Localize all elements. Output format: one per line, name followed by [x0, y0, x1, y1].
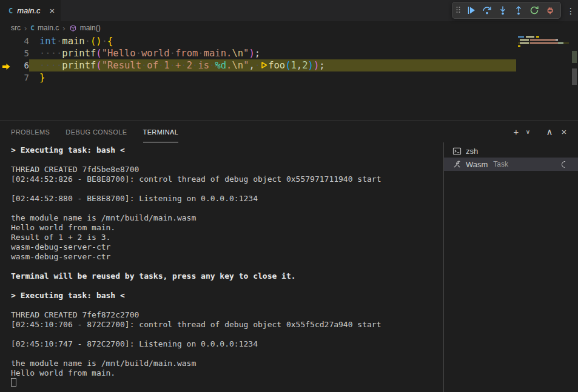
debug-toolbar: [452, 2, 561, 19]
terminal-line: Hello world from main.: [11, 368, 443, 378]
code-token: from: [175, 48, 198, 59]
terminal-line: [11, 204, 443, 213]
terminal-detail: Task: [493, 160, 508, 168]
code-token: "Hello: [102, 48, 136, 59]
code-token: ·: [158, 60, 164, 71]
new-terminal-icon[interactable]: +: [509, 125, 523, 139]
line-number[interactable]: 4: [0, 35, 29, 47]
drag-handle-icon[interactable]: [455, 5, 461, 15]
terminal-line: [02:44:52:880 - BE8E8700]: Listening on …: [11, 194, 443, 204]
code-text: ····printf("Hello·world·from·main.\n");: [29, 47, 516, 59]
code-token: is: [198, 60, 209, 71]
minimap-line: [518, 45, 569, 47]
code-token: \n: [232, 60, 243, 71]
breadcrumb-item-file[interactable]: main.c: [38, 24, 59, 32]
code-token: ·: [170, 60, 175, 71]
code-token: main: [62, 36, 84, 47]
tab-close-icon[interactable]: ×: [50, 6, 55, 15]
vscode-window: C main.c ×: [0, 0, 578, 392]
debug-restart-button[interactable]: [527, 3, 542, 18]
panel-tab-terminal[interactable]: TERMINAL: [143, 121, 179, 142]
code-token: %d: [215, 60, 226, 71]
minimap-line: [518, 42, 569, 44]
terminal-line: THREAD CREATED 7fd5be8e8700: [11, 165, 443, 174]
launch-profile-chevron-icon[interactable]: ∨: [524, 125, 532, 139]
terminal-name: Wasm: [466, 160, 488, 169]
terminal-cursor: [11, 378, 16, 387]
line-number[interactable]: 7: [0, 71, 29, 84]
code-token: foo: [268, 60, 285, 71]
code-token: ·: [181, 60, 186, 71]
code-token: 1: [164, 60, 169, 71]
overview-ruler-mark: [572, 51, 577, 63]
terminal-line: the module name is /mnt/build/main.wasm: [11, 213, 443, 223]
more-actions-icon[interactable]: ⋮: [566, 6, 575, 16]
breadcrumb-item-src[interactable]: src: [11, 24, 21, 32]
tab-main-c[interactable]: C main.c ×: [0, 0, 61, 21]
minimap-segment: [556, 39, 558, 41]
minimap-segment: [526, 36, 534, 38]
minimap-segment: [520, 39, 529, 41]
terminal-line: the module name is /mnt/build/main.wasm: [11, 359, 443, 368]
code-token: main.: [204, 48, 232, 59]
line-number[interactable]: 5: [0, 47, 29, 59]
debug-disconnect-button[interactable]: [543, 3, 557, 18]
code-token: ····: [39, 48, 62, 59]
code-token: (): [90, 36, 102, 47]
terminal-line: [11, 378, 443, 388]
code-token: ,: [297, 60, 302, 71]
debug-continue-button[interactable]: [464, 3, 479, 18]
overview-ruler-mark: [572, 68, 577, 85]
code-line-6[interactable]: 6····printf("Result·of·1·+·2·is·%d.\n",·…: [0, 59, 578, 71]
terminal-output[interactable]: > Executing task: bash <THREAD CREATED 7…: [0, 142, 443, 392]
panel-tab-problems[interactable]: PROBLEMS: [11, 121, 50, 142]
terminal-line: [11, 281, 443, 291]
terminal-line: Result of 1 + 2 is 3.: [11, 233, 443, 242]
symbol-method-icon: [69, 24, 77, 32]
code-token: "Result: [102, 60, 141, 71]
terminal-list-item-wasm[interactable]: WasmTask: [444, 158, 578, 171]
code-token: int: [39, 36, 56, 47]
terminal-name: zsh: [466, 147, 478, 156]
code-text: ····printf("Result·of·1·+·2·is·%d.\n",·f…: [29, 59, 516, 71]
terminal-list-item-zsh[interactable]: zsh: [444, 144, 578, 158]
code-line-7[interactable]: 7}: [0, 71, 578, 84]
code-token: ): [308, 60, 314, 71]
debug-step-over-button[interactable]: [480, 3, 494, 18]
terminal-icon: [452, 147, 462, 156]
code-text: }: [29, 71, 516, 84]
debug-step-out-button[interactable]: [511, 3, 526, 18]
inline-breakpoint-icon[interactable]: [261, 60, 267, 72]
code-token: ): [314, 60, 319, 71]
code-line-5[interactable]: 5····printf("Hello·world·from·main.\n");: [0, 47, 578, 59]
breadcrumb-item-symbol[interactable]: main(): [80, 24, 101, 32]
panel-body: > Executing task: bash <THREAD CREATED 7…: [0, 142, 578, 392]
panel-tabs: PROBLEMSDEBUG CONSOLETERMINAL: [11, 121, 178, 142]
minimap[interactable]: [518, 36, 569, 48]
code-token: ·: [170, 48, 175, 59]
code-token: ": [243, 48, 249, 59]
code-token: }: [39, 72, 45, 83]
maximize-panel-icon[interactable]: ∧: [543, 125, 556, 139]
bottom-panel: PROBLEMSDEBUG CONSOLETERMINAL +∨∧× > Exe…: [0, 121, 578, 392]
minimap-line: [518, 39, 569, 41]
code-editor[interactable]: 4int·main·()·{5····printf("Hello·world·f…: [0, 35, 578, 121]
code-token: ····: [39, 60, 62, 71]
code-token: 2: [187, 60, 192, 71]
panel-tab-debug-console[interactable]: DEBUG CONSOLE: [66, 121, 127, 142]
terminal-line: [11, 155, 443, 165]
close-panel-icon[interactable]: ×: [557, 125, 571, 139]
code-line-4[interactable]: 4int·main·()·{: [0, 35, 578, 47]
code-token: ·: [56, 36, 62, 47]
terminal-line: THREAD CREATED 7fef872c2700: [11, 310, 443, 320]
minimap-segment: [558, 42, 563, 44]
minimap-segment: [518, 36, 524, 38]
c-file-icon: C: [30, 24, 35, 32]
terminal-list: zshWasmTask: [444, 144, 578, 171]
code-token: (: [96, 48, 101, 59]
terminal-line: [11, 301, 443, 310]
minimap-line: [518, 36, 569, 38]
debug-step-into-button[interactable]: [496, 3, 510, 18]
terminal-line: [02:45:10:706 - 872C2700]: control threa…: [11, 320, 443, 330]
code-token: ·: [102, 36, 107, 47]
